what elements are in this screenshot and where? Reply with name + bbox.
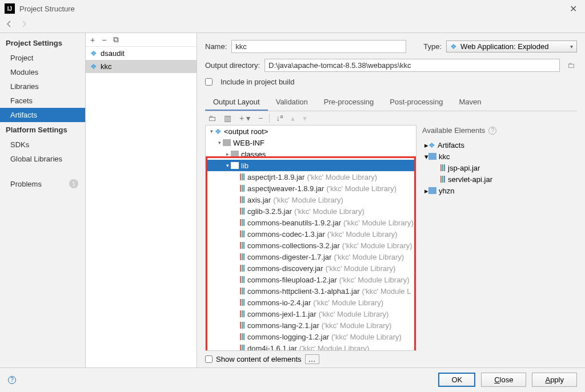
folder-icon xyxy=(231,162,239,169)
jar-icon xyxy=(440,176,446,183)
sidebar-item-libraries[interactable]: Libraries xyxy=(0,79,85,94)
available-elements-label: Available Elements xyxy=(422,126,485,135)
tree-lib-item[interactable]: commons-collections-3.2.jar('kkc' Module… xyxy=(206,240,416,251)
help-icon[interactable]: ? xyxy=(8,376,16,384)
tree-output-root[interactable]: ▾ ❖ <output root> xyxy=(206,126,416,137)
lib-name: commons-lang-2.1.jar xyxy=(247,321,319,330)
chevron-right-icon: ▸ xyxy=(424,187,428,195)
chevron-down-icon: ▾ xyxy=(216,140,223,146)
tree-lib-item[interactable]: commons-fileupload-1.2.jar('kkc' Module … xyxy=(206,274,416,285)
chevron-right-icon: ▸ xyxy=(424,141,428,149)
jar-icon xyxy=(240,242,245,249)
tab-maven[interactable]: Maven xyxy=(451,94,489,111)
tab-output-layout[interactable]: Output Layout xyxy=(205,94,268,111)
tree-lib-item[interactable]: axis.jar('kkc' Module Library) xyxy=(206,194,416,205)
output-layout-tree[interactable]: ▾ ❖ <output root> ▾ WEB-INF ▸ classes xyxy=(205,125,416,351)
sidebar-item-global-libraries[interactable]: Global Libraries xyxy=(0,152,85,166)
tree-lib-item[interactable]: commons-discovery.jar('kkc' Module Libra… xyxy=(206,262,416,274)
avail-yhzn[interactable]: ▸ yhzn xyxy=(422,185,577,196)
folder-icon xyxy=(223,139,231,146)
remove-icon[interactable]: − xyxy=(102,35,106,45)
include-build-checkbox[interactable] xyxy=(205,78,213,86)
tree-lib-item[interactable]: commons-io-2.4.jar('kkc' Module Library) xyxy=(206,297,416,308)
jar-icon xyxy=(240,185,245,192)
ok-button[interactable]: OK xyxy=(438,373,475,387)
lib-name: commons-beanutils-1.9.2.jar xyxy=(247,219,341,227)
lib-name: commons-codec-1.3.jar xyxy=(247,230,325,239)
sort-icon[interactable]: ↓ª xyxy=(274,114,285,123)
tree-lib-item[interactable]: commons-jexl-1.1.jar('kkc' Module Librar… xyxy=(206,308,416,320)
name-input[interactable] xyxy=(231,40,406,53)
new-folder-icon[interactable]: 🗀 xyxy=(206,114,218,123)
lib-note: ('kkc' Module Library) xyxy=(334,253,404,261)
tree-lib-item[interactable]: aspectjrt-1.8.9.jar('kkc' Module Library… xyxy=(206,171,416,183)
down-icon[interactable]: ▾ xyxy=(301,114,308,123)
new-archive-icon[interactable]: ▥ xyxy=(222,114,233,123)
tree-webinf[interactable]: ▾ WEB-INF xyxy=(206,137,416,148)
options-button[interactable]: … xyxy=(305,354,319,364)
show-content-label: Show content of elements xyxy=(216,355,302,363)
sidebar-item-sdks[interactable]: SDKs xyxy=(0,138,85,152)
sidebar-item-problems[interactable]: Problems 1 xyxy=(0,176,85,191)
tree-lib-item[interactable]: commons-digester-1.7.jar('kkc' Module Li… xyxy=(206,251,416,262)
chevron-down-icon: ▾ xyxy=(570,43,573,50)
artifact-item-kkc[interactable]: ❖ kkc xyxy=(86,60,197,73)
lib-note: ('kkc' Module Library) xyxy=(326,264,396,273)
add-icon[interactable]: + xyxy=(90,35,95,45)
remove-item-icon[interactable]: − xyxy=(257,114,265,123)
output-directory-input[interactable] xyxy=(265,59,560,72)
help-icon[interactable]: ? xyxy=(488,127,496,135)
tree-lib-item[interactable]: aspectjweaver-1.8.9.jar('kkc' Module Lib… xyxy=(206,183,416,194)
sidebar-item-facets[interactable]: Facets xyxy=(0,94,85,108)
browse-icon[interactable]: 🗀 xyxy=(564,59,577,72)
tab-preprocessing[interactable]: Pre-processing xyxy=(316,94,382,111)
module-icon xyxy=(428,187,436,194)
output-label: Output directory: xyxy=(205,61,260,70)
back-icon[interactable] xyxy=(5,19,14,30)
jar-icon xyxy=(240,265,245,272)
up-icon[interactable]: ▴ xyxy=(289,114,296,123)
avail-artifacts[interactable]: ▸ ❖ Artifacts xyxy=(422,139,577,151)
tab-validation[interactable]: Validation xyxy=(268,94,316,111)
forward-icon[interactable] xyxy=(19,19,29,30)
tree-lib-item[interactable]: cglib-3.2.5.jar('kkc' Module Library) xyxy=(206,205,416,217)
lib-name: commons-httpclient-3.1-alpha1.jar xyxy=(247,287,360,296)
copy-icon[interactable]: ⧉ xyxy=(113,35,119,45)
close-icon[interactable]: ✕ xyxy=(566,3,580,14)
chevron-down-icon: ▾ xyxy=(208,128,215,134)
tree-lib-item[interactable]: commons-codec-1.3.jar('kkc' Module Libra… xyxy=(206,228,416,240)
add-copy-icon[interactable]: + ▾ xyxy=(238,114,252,123)
avail-kkc[interactable]: ▾ kkc xyxy=(422,151,577,162)
folder-icon xyxy=(231,151,239,157)
type-select[interactable]: ❖ Web Application: Exploded ▾ xyxy=(446,41,577,52)
tab-postprocessing[interactable]: Post-processing xyxy=(382,94,451,111)
lib-name: commons-collections-3.2.jar xyxy=(247,241,340,250)
artifact-item-dsaudit[interactable]: ❖ dsaudit xyxy=(86,47,197,60)
lib-note: ('kkc' Module Library) xyxy=(342,241,412,250)
tree-lib-item[interactable]: commons-httpclient-3.1-alpha1.jar('kkc' … xyxy=(206,285,416,297)
sidebar-item-modules[interactable]: Modules xyxy=(0,65,85,79)
lib-note: ('kkc' Module Library) xyxy=(327,230,398,239)
tree-lib[interactable]: ▾ lib xyxy=(206,160,416,171)
apply-button[interactable]: Apply xyxy=(532,373,577,387)
avail-label: servlet-api.jar xyxy=(448,175,492,184)
avail-jsp[interactable]: jsp-api.jar xyxy=(422,162,577,173)
name-label: Name: xyxy=(205,42,227,51)
artifacts-toolbar: + − ⧉ xyxy=(86,33,197,47)
tree-lib-item[interactable]: commons-beanutils-1.9.2.jar('kkc' Module… xyxy=(206,217,416,228)
sidebar-item-project[interactable]: Project xyxy=(0,51,85,65)
tree-classes[interactable]: ▸ classes xyxy=(206,148,416,160)
show-content-checkbox[interactable] xyxy=(205,355,213,363)
tree-lib-item[interactable]: commons-logging-1.2.jar('kkc' Module Lib… xyxy=(206,331,416,342)
avail-servlet[interactable]: servlet-api.jar xyxy=(422,173,577,185)
close-button[interactable]: Close xyxy=(481,373,526,387)
lib-note: ('kkc' Module Library) xyxy=(331,333,402,341)
tree-lib-item[interactable]: dom4j-1.6.1.jar('kkc' Module Library) xyxy=(206,342,416,350)
jar-icon xyxy=(240,345,245,350)
jar-icon xyxy=(240,208,245,215)
sidebar-item-artifacts[interactable]: Artifacts xyxy=(0,108,85,122)
tree-lib-item[interactable]: commons-lang-2.1.jar('kkc' Module Librar… xyxy=(206,320,416,331)
jar-icon xyxy=(240,288,245,294)
jar-icon xyxy=(240,219,245,226)
show-content-row: Show content of elements … xyxy=(205,351,577,367)
